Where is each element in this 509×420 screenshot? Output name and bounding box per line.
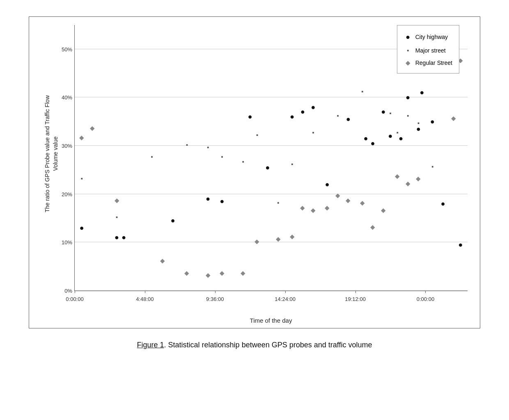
legend-label-major: Major street	[415, 45, 446, 56]
data-point: ◆	[416, 175, 421, 181]
data-point: ●	[441, 200, 445, 207]
data-point: ◆	[370, 223, 375, 230]
caption-text: . Statistical relationship between GPS p…	[164, 341, 372, 349]
grid-line	[75, 290, 468, 291]
data-point: ●	[381, 108, 385, 115]
data-point: ▪	[151, 154, 153, 160]
legend-label-regular: Regular Street	[415, 57, 452, 69]
data-point: ▪	[80, 175, 83, 181]
data-point: ▪	[407, 112, 409, 119]
data-point: ◆	[381, 207, 386, 213]
data-point: ◆	[115, 197, 119, 203]
legend-item-regular: ◆ Regular Street	[404, 57, 452, 69]
data-point: ●	[311, 103, 316, 111]
grid-line	[75, 145, 468, 146]
data-point: ◆	[300, 204, 305, 210]
x-tick-label: 4:48:00	[136, 296, 154, 302]
city-highway-icon: ●	[404, 30, 412, 44]
legend-label-city: City highway	[415, 31, 448, 43]
figure-number: Figure 1	[137, 341, 164, 349]
data-point: ◆	[406, 180, 410, 186]
data-point: ●	[458, 241, 463, 248]
x-tick-mark	[145, 291, 145, 293]
figure-caption: Figure 1. Statistical relationship betwe…	[137, 341, 372, 349]
data-point: ▪	[186, 141, 188, 147]
data-point: ●	[171, 217, 175, 224]
y-axis-label: The ratio of GPS Probe value and Traffic…	[29, 17, 74, 291]
data-point: ●	[115, 234, 119, 241]
data-point: ●	[206, 195, 210, 202]
data-point: ▪	[277, 200, 279, 206]
legend-item-major: ▪ Major street	[404, 44, 452, 57]
data-point: ◆	[346, 197, 351, 203]
data-point: ▪	[312, 129, 314, 135]
major-street-icon: ▪	[404, 44, 412, 57]
data-point: ◆	[451, 115, 456, 121]
data-point: ▪	[396, 129, 398, 135]
x-tick-mark	[425, 291, 426, 293]
y-tick-label: 40%	[54, 94, 75, 101]
x-tick-mark	[215, 291, 216, 293]
legend: ● City highway ▪ Major street ◆ Regular …	[397, 25, 459, 73]
data-point: ●	[399, 135, 403, 142]
data-point: ◆	[79, 134, 84, 140]
data-point: ◆	[360, 200, 365, 206]
data-point: ◆	[311, 207, 316, 213]
data-point: ◆	[276, 236, 281, 242]
chart-container: The ratio of GPS Probe value and Traffic…	[29, 16, 480, 328]
data-point: ●	[220, 197, 224, 205]
data-point: ◆	[335, 192, 340, 198]
data-point: ▪	[207, 144, 209, 150]
y-tick-label: 50%	[54, 46, 75, 52]
grid-line	[75, 242, 468, 242]
data-point: ◆	[325, 204, 330, 210]
regular-street-icon: ◆	[404, 57, 412, 69]
data-point: ●	[430, 118, 435, 125]
data-point: ◆	[160, 257, 165, 264]
data-point: ●	[248, 113, 252, 120]
y-tick-label: 30%	[54, 143, 75, 149]
x-tick-label: 19:12:00	[345, 296, 366, 302]
x-tick-label: 14:24:00	[275, 296, 296, 302]
data-point: ●	[325, 181, 330, 188]
data-point: ●	[406, 94, 410, 101]
data-point: ●	[346, 115, 351, 123]
x-tick-mark	[285, 291, 286, 293]
data-point: ●	[80, 224, 84, 232]
data-point: ◆	[220, 269, 225, 275]
x-tick-label: 9:36:00	[206, 296, 224, 302]
y-tick-label: 20%	[54, 191, 75, 197]
x-tick-mark	[75, 291, 75, 293]
data-point: ▪	[361, 88, 363, 94]
data-point: ◆	[241, 269, 245, 275]
data-point: ▪	[221, 154, 223, 160]
data-point: ▪	[337, 112, 339, 119]
data-point: ◆	[290, 233, 295, 239]
x-tick-label: 0:00:00	[417, 296, 434, 302]
data-point: ●	[290, 113, 294, 120]
data-point: ▪	[389, 110, 391, 116]
legend-item-city: ● City highway	[404, 30, 452, 44]
data-point: ▪	[431, 163, 433, 169]
x-tick-label: 0:00:00	[66, 296, 83, 302]
data-point: ◆	[206, 272, 211, 278]
data-point: ◆	[254, 238, 259, 244]
data-point: ◆	[90, 124, 95, 131]
data-point: ▪	[242, 158, 244, 165]
data-point: ▪	[116, 214, 118, 220]
data-point: ◆	[184, 269, 189, 275]
data-point: ●	[420, 89, 424, 96]
data-point: ●	[122, 234, 126, 241]
data-point: ▪	[417, 119, 420, 126]
y-tick-label: 10%	[54, 239, 75, 246]
x-tick-mark	[355, 291, 356, 293]
data-point: ●	[388, 132, 393, 140]
data-point: ▪	[256, 132, 258, 138]
data-point: ●	[371, 140, 375, 147]
data-point: ▪	[291, 161, 293, 167]
y-tick-label: 0%	[54, 288, 75, 294]
x-axis-label: Time of the day	[74, 317, 468, 324]
data-point: ◆	[395, 173, 400, 179]
data-point: ●	[266, 164, 270, 171]
data-point: ●	[300, 108, 305, 115]
